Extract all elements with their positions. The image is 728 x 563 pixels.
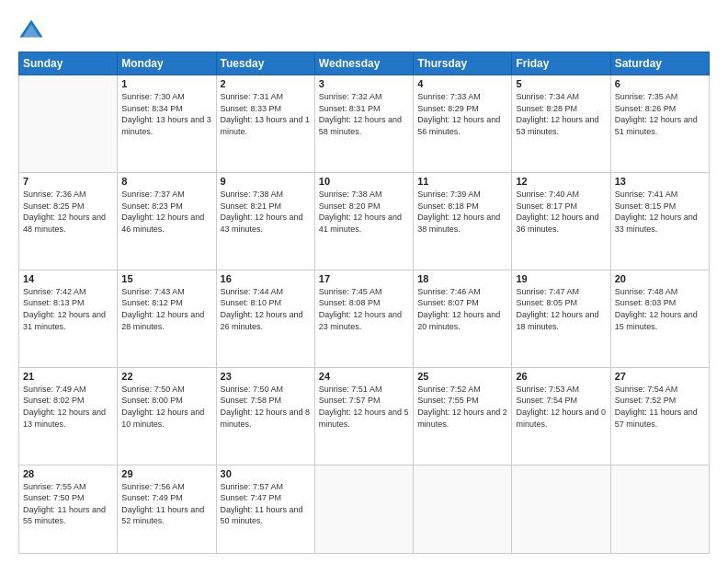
calendar-cell: 28Sunrise: 7:55 AMSunset: 7:50 PMDayligh…: [19, 465, 118, 553]
calendar-cell: 30Sunrise: 7:57 AMSunset: 7:47 PMDayligh…: [216, 465, 314, 553]
calendar-cell: 20Sunrise: 7:48 AMSunset: 8:03 PMDayligh…: [610, 270, 709, 367]
day-number: 18: [417, 273, 507, 284]
calendar-cell: 14Sunrise: 7:42 AMSunset: 8:13 PMDayligh…: [19, 270, 118, 367]
calendar-cell: 11Sunrise: 7:39 AMSunset: 8:18 PMDayligh…: [414, 172, 512, 270]
day-info: Sunrise: 7:38 AMSunset: 8:21 PMDaylight:…: [221, 189, 311, 235]
calendar-cell: 19Sunrise: 7:47 AMSunset: 8:05 PMDayligh…: [512, 270, 610, 367]
calendar-cell: 27Sunrise: 7:54 AMSunset: 7:52 PMDayligh…: [610, 367, 709, 465]
calendar-header: SundayMondayTuesdayWednesdayThursdayFrid…: [19, 52, 710, 75]
day-info: Sunrise: 7:46 AMSunset: 8:07 PMDaylight:…: [417, 286, 507, 332]
day-number: 11: [417, 176, 507, 187]
day-header-saturday: Saturday: [610, 52, 709, 75]
day-info: Sunrise: 7:48 AMSunset: 8:03 PMDaylight:…: [615, 286, 705, 332]
calendar-cell: 23Sunrise: 7:50 AMSunset: 7:58 PMDayligh…: [216, 367, 314, 465]
day-number: 24: [319, 371, 409, 382]
day-number: 16: [221, 273, 311, 284]
day-number: 19: [516, 273, 606, 284]
day-info: Sunrise: 7:44 AMSunset: 8:10 PMDaylight:…: [221, 286, 311, 332]
week-row-5: 28Sunrise: 7:55 AMSunset: 7:50 PMDayligh…: [19, 465, 710, 553]
calendar-cell: 7Sunrise: 7:36 AMSunset: 8:25 PMDaylight…: [19, 172, 118, 270]
calendar-cell: 25Sunrise: 7:52 AMSunset: 7:55 PMDayligh…: [414, 367, 512, 465]
day-number: 6: [615, 78, 705, 89]
calendar-cell: [512, 465, 610, 553]
calendar-cell: 17Sunrise: 7:45 AMSunset: 8:08 PMDayligh…: [314, 270, 413, 367]
calendar-cell: 9Sunrise: 7:38 AMSunset: 8:21 PMDaylight…: [216, 172, 314, 270]
day-info: Sunrise: 7:38 AMSunset: 8:20 PMDaylight:…: [319, 189, 409, 235]
day-info: Sunrise: 7:56 AMSunset: 7:49 PMDaylight:…: [121, 481, 211, 527]
day-info: Sunrise: 7:57 AMSunset: 7:47 PMDaylight:…: [221, 481, 311, 527]
calendar-cell: 16Sunrise: 7:44 AMSunset: 8:10 PMDayligh…: [216, 270, 314, 367]
day-number: 27: [615, 371, 705, 382]
day-info: Sunrise: 7:37 AMSunset: 8:23 PMDaylight:…: [121, 189, 211, 235]
day-number: 26: [516, 371, 606, 382]
day-info: Sunrise: 7:30 AMSunset: 8:34 PMDaylight:…: [121, 91, 211, 137]
day-info: Sunrise: 7:36 AMSunset: 8:25 PMDaylight:…: [23, 189, 113, 235]
day-info: Sunrise: 7:43 AMSunset: 8:12 PMDaylight:…: [121, 286, 211, 332]
day-info: Sunrise: 7:32 AMSunset: 8:31 PMDaylight:…: [319, 91, 409, 137]
day-number: 28: [23, 468, 113, 479]
day-number: 13: [615, 176, 705, 187]
day-header-sunday: Sunday: [19, 52, 118, 75]
day-info: Sunrise: 7:45 AMSunset: 8:08 PMDaylight:…: [319, 286, 409, 332]
calendar-cell: [19, 75, 118, 173]
day-info: Sunrise: 7:50 AMSunset: 8:00 PMDaylight:…: [121, 384, 211, 430]
header-row: SundayMondayTuesdayWednesdayThursdayFrid…: [19, 52, 710, 75]
day-info: Sunrise: 7:34 AMSunset: 8:28 PMDaylight:…: [516, 91, 606, 137]
day-info: Sunrise: 7:33 AMSunset: 8:29 PMDaylight:…: [417, 91, 507, 137]
day-number: 29: [121, 468, 211, 479]
day-info: Sunrise: 7:31 AMSunset: 8:33 PMDaylight:…: [221, 91, 311, 137]
week-row-3: 14Sunrise: 7:42 AMSunset: 8:13 PMDayligh…: [19, 270, 710, 367]
day-number: 14: [23, 273, 113, 284]
day-number: 15: [121, 273, 211, 284]
day-number: 7: [23, 176, 113, 187]
day-number: 23: [221, 371, 311, 382]
day-number: 1: [121, 78, 211, 89]
calendar-cell: 26Sunrise: 7:53 AMSunset: 7:54 PMDayligh…: [512, 367, 610, 465]
day-number: 21: [23, 371, 113, 382]
calendar-cell: 5Sunrise: 7:34 AMSunset: 8:28 PMDaylight…: [512, 75, 610, 173]
logo: [18, 17, 48, 42]
week-row-2: 7Sunrise: 7:36 AMSunset: 8:25 PMDaylight…: [19, 172, 710, 270]
calendar-cell: [314, 465, 413, 553]
day-number: 30: [221, 468, 311, 479]
day-number: 2: [221, 78, 311, 89]
calendar-cell: 15Sunrise: 7:43 AMSunset: 8:12 PMDayligh…: [118, 270, 216, 367]
day-header-monday: Monday: [118, 52, 216, 75]
day-number: 3: [319, 78, 409, 89]
day-number: 17: [319, 273, 409, 284]
calendar-cell: 2Sunrise: 7:31 AMSunset: 8:33 PMDaylight…: [216, 75, 314, 173]
day-header-tuesday: Tuesday: [216, 52, 314, 75]
header: [18, 17, 710, 42]
day-number: 12: [516, 176, 606, 187]
day-info: Sunrise: 7:50 AMSunset: 7:58 PMDaylight:…: [221, 384, 311, 430]
calendar-cell: 12Sunrise: 7:40 AMSunset: 8:17 PMDayligh…: [512, 172, 610, 270]
day-number: 4: [417, 78, 507, 89]
day-header-thursday: Thursday: [414, 52, 512, 75]
day-info: Sunrise: 7:42 AMSunset: 8:13 PMDaylight:…: [23, 286, 113, 332]
day-info: Sunrise: 7:39 AMSunset: 8:18 PMDaylight:…: [417, 189, 507, 235]
week-row-1: 1Sunrise: 7:30 AMSunset: 8:34 PMDaylight…: [19, 75, 710, 173]
calendar-cell: 22Sunrise: 7:50 AMSunset: 8:00 PMDayligh…: [118, 367, 216, 465]
day-header-wednesday: Wednesday: [314, 52, 413, 75]
week-row-4: 21Sunrise: 7:49 AMSunset: 8:02 PMDayligh…: [19, 367, 710, 465]
day-info: Sunrise: 7:52 AMSunset: 7:55 PMDaylight:…: [417, 384, 507, 430]
calendar-cell: 10Sunrise: 7:38 AMSunset: 8:20 PMDayligh…: [314, 172, 413, 270]
day-info: Sunrise: 7:55 AMSunset: 7:50 PMDaylight:…: [23, 481, 113, 527]
day-number: 5: [516, 78, 606, 89]
calendar-cell: 29Sunrise: 7:56 AMSunset: 7:49 PMDayligh…: [118, 465, 216, 553]
day-info: Sunrise: 7:49 AMSunset: 8:02 PMDaylight:…: [23, 384, 113, 430]
calendar-cell: [610, 465, 709, 553]
day-info: Sunrise: 7:51 AMSunset: 7:57 PMDaylight:…: [319, 384, 409, 430]
calendar-cell: 21Sunrise: 7:49 AMSunset: 8:02 PMDayligh…: [19, 367, 118, 465]
calendar-cell: 18Sunrise: 7:46 AMSunset: 8:07 PMDayligh…: [414, 270, 512, 367]
calendar-cell: 1Sunrise: 7:30 AMSunset: 8:34 PMDaylight…: [118, 75, 216, 173]
calendar-cell: 3Sunrise: 7:32 AMSunset: 8:31 PMDaylight…: [314, 75, 413, 173]
day-info: Sunrise: 7:47 AMSunset: 8:05 PMDaylight:…: [516, 286, 606, 332]
day-number: 9: [221, 176, 311, 187]
calendar-body: 1Sunrise: 7:30 AMSunset: 8:34 PMDaylight…: [19, 75, 710, 554]
day-number: 20: [615, 273, 705, 284]
calendar-cell: [414, 465, 512, 553]
page: SundayMondayTuesdayWednesdayThursdayFrid…: [0, 0, 728, 563]
calendar-cell: 6Sunrise: 7:35 AMSunset: 8:26 PMDaylight…: [610, 75, 709, 173]
day-number: 10: [319, 176, 409, 187]
